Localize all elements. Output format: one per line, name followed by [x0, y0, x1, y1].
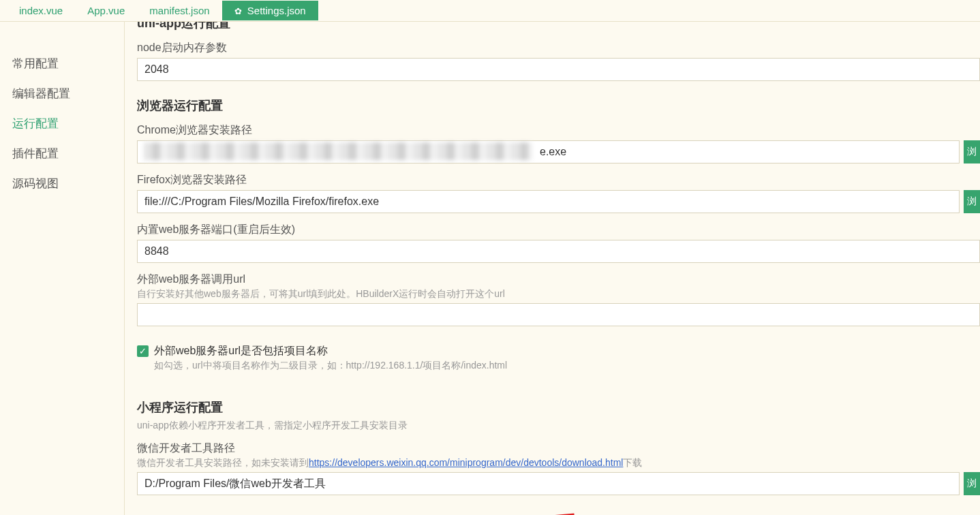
section-mini-title: 小程序运行配置: [137, 399, 980, 416]
sidebar-item-run[interactable]: 运行配置: [12, 109, 124, 139]
firefox-browse-button[interactable]: 浏: [964, 190, 980, 213]
sidebar: 常用配置 编辑器配置 运行配置 插件配置 源码视图: [0, 22, 124, 515]
include-project-label: 外部web服务器url是否包括项目名称: [154, 344, 328, 358]
include-project-checkbox[interactable]: ✓: [137, 345, 149, 357]
wechat-path-label: 微信开发者工具路径: [137, 441, 980, 456]
tab-app-vue[interactable]: App.vue: [75, 1, 137, 20]
chrome-browse-button[interactable]: 浏: [964, 140, 980, 163]
chrome-path-input[interactable]: [137, 140, 960, 163]
sidebar-item-source[interactable]: 源码视图: [12, 169, 124, 199]
sidebar-item-common[interactable]: 常用配置: [12, 49, 124, 79]
web-port-label: 内置web服务器端口(重启后生效): [137, 223, 980, 237]
wechat-browse-button[interactable]: 浏: [964, 472, 980, 495]
firefox-path-label: Firefox浏览器安装路径: [137, 173, 980, 187]
chrome-path-label: Chrome浏览器安装路径: [137, 123, 980, 138]
gear-icon: ✿: [234, 6, 242, 16]
tab-manifest-json[interactable]: manifest.json: [137, 1, 221, 20]
external-url-label: 外部web服务器调用url: [137, 272, 980, 287]
tab-bar: index.vue App.vue manifest.json ✿ Settin…: [0, 0, 980, 22]
include-project-sub: 如勾选，url中将项目名称作为二级目录，如：http://192.168.1.1…: [154, 360, 980, 372]
node-memory-input[interactable]: [137, 58, 980, 81]
wechat-path-sub: 微信开发者工具安装路径，如未安装请到https://developers.wei…: [137, 457, 980, 469]
tab-index-vue[interactable]: index.vue: [7, 1, 75, 20]
tab-settings-json[interactable]: ✿ Settings.json: [222, 1, 318, 20]
node-memory-label: node启动内存参数: [137, 41, 980, 55]
section-uniapp-title: uni-app运行配置: [137, 22, 980, 31]
sidebar-item-editor[interactable]: 编辑器配置: [12, 79, 124, 109]
main-panel: uni-app运行配置 node启动内存参数 浏览器运行配置 Chrome浏览器…: [124, 22, 980, 515]
section-browser-title: 浏览器运行配置: [137, 97, 980, 114]
external-url-sub: 自行安装好其他web服务器后，可将其url填到此处。HBuilderX运行时会自…: [137, 288, 980, 300]
tab-settings-label: Settings.json: [247, 5, 306, 16]
wechat-download-link[interactable]: https://developers.weixin.qq.com/minipro…: [309, 457, 623, 468]
wechat-path-input[interactable]: [137, 472, 960, 495]
firefox-path-input[interactable]: [137, 190, 960, 213]
section-mini-sub: uni-app依赖小程序开发者工具，需指定小程序开发工具安装目录: [137, 420, 980, 432]
sidebar-item-plugin[interactable]: 插件配置: [12, 139, 124, 169]
web-port-input[interactable]: [137, 240, 980, 263]
external-url-input[interactable]: [137, 303, 980, 326]
